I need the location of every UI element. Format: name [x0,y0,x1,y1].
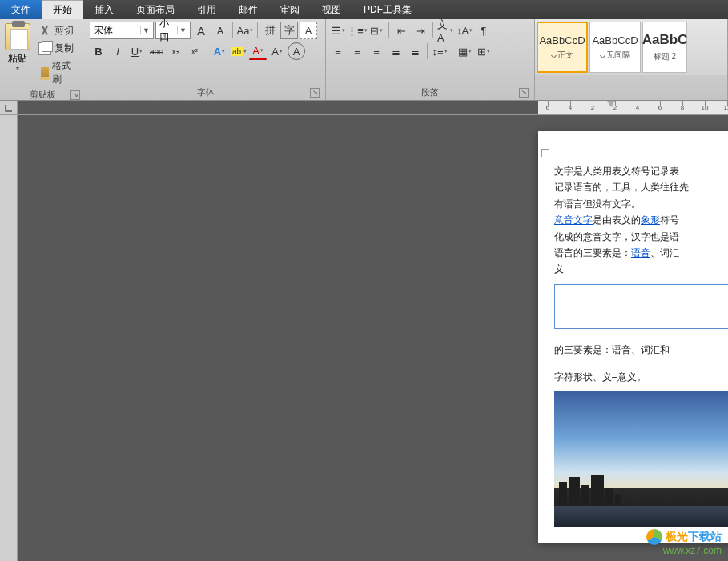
brand-right: 下载站 [688,530,722,543]
watermark: 极光下载站 www.xz7.com [646,529,722,556]
brand-left: 极光 [666,530,688,543]
group-font: 宋体 ▼ 小四 ▼ A A Aa 拼 字 A B I U ab [86,19,326,100]
align-right-button[interactable]: ≡ [368,42,385,60]
shading-button[interactable]: ▦ [456,42,473,60]
bullets-button[interactable]: ☰ [329,22,347,39]
tab-file[interactable]: 文件 [0,0,42,19]
sort-button[interactable]: ↕A [456,22,473,39]
bold-button[interactable]: B [90,42,107,60]
link-xiangxing[interactable]: 象形 [641,214,660,226]
body-text[interactable]: 文字是人类用表义符号记录表 记录语言的，工具，人类往往先 有语言但没有文字。 意… [554,163,728,278]
style-sample: AaBbCcD [539,34,585,46]
ribbon-tabs: 文件 开始 插入 页面布局 引用 邮件 审阅 视图 PDF工具集 [0,0,728,19]
char-border-button[interactable]: 字 [280,22,298,39]
style-no-spacing[interactable]: AaBbCcD 无间隔 [589,22,641,73]
font-name-combo[interactable]: 宋体 ▼ [90,22,154,39]
tab-references[interactable]: 引用 [186,0,227,19]
text-direction-button[interactable]: 文A [436,22,454,39]
numbering-button[interactable]: ⋮≡ [348,22,366,39]
clipboard-expand-icon[interactable]: ↘ [70,90,80,100]
subscript-button[interactable]: x₂ [167,42,184,60]
font-expand-icon[interactable]: ↘ [310,88,320,98]
font-color-button[interactable]: A [249,42,267,60]
char-shade-button[interactable]: A [268,42,286,60]
tab-insert[interactable]: 插入 [83,0,125,19]
body-text-2[interactable]: 的三要素是：语音、词汇和 字符形状、义–意义。 [554,342,728,386]
tab-selector[interactable] [0,101,18,114]
cut-label: 剪切 [54,24,74,38]
align-left-button[interactable]: ≡ [329,42,347,60]
shrink-font-button[interactable]: A [211,22,229,39]
paragraph-group-label: 段落 ↘ [329,85,531,100]
font-size-value: 小四 [159,17,177,44]
tab-review[interactable]: 审阅 [269,0,311,19]
brush-icon [41,67,49,78]
arrow-icon [599,52,605,58]
borders-button[interactable]: ⊞ [475,42,493,60]
strikethrough-button[interactable]: abc [147,42,165,60]
highlight-button[interactable]: ab [230,42,247,60]
paste-label: 粘贴 [8,52,27,66]
vertical-ruler[interactable] [0,115,18,561]
document-canvas[interactable]: 文字是人类用表义符号记录表 记录语言的，工具，人类往往先 有语言但没有文字。 意… [18,115,728,561]
paragraph-expand-icon[interactable]: ↘ [519,88,529,98]
arrow-icon [550,52,556,58]
paste-button[interactable]: 粘贴 ▼ [3,22,35,87]
format-painter-button[interactable]: 格式刷 [35,58,82,87]
style-sample: AaBbCcD [592,34,638,46]
increase-indent-button[interactable]: ⇥ [412,22,429,39]
cut-button[interactable]: 剪切 [35,23,82,38]
style-name-label: 正文 [557,50,573,59]
chevron-down-icon: ▼ [140,26,151,34]
skyline-image[interactable] [554,391,728,527]
align-justify-button[interactable]: ≣ [387,42,404,60]
text-effects-button[interactable]: A [211,42,228,60]
group-styles: AaBbCcD 正文 AaBbCcD 无间隔 AaBbC 标题 2 [535,19,728,100]
style-name-label: 标题 2 [654,52,676,61]
style-normal[interactable]: AaBbCcD 正文 [537,22,588,73]
superscript-button[interactable]: x² [186,42,203,60]
style-heading-2[interactable]: AaBbC 标题 2 [642,22,687,73]
copy-icon [38,42,51,55]
line-spacing-button[interactable]: ↕≡ [431,42,448,60]
phonetic-guide-button[interactable]: 拼 [261,22,279,39]
font-name-value: 宋体 [94,24,140,38]
char-shading-button[interactable]: A [300,22,317,39]
workspace: 文字是人类用表义符号记录表 记录语言的，工具，人类往往先 有语言但没有文字。 意… [0,115,728,561]
tab-mail[interactable]: 邮件 [227,0,269,19]
style-sample: AaBbC [642,32,688,48]
tab-home[interactable]: 开始 [42,0,83,19]
logo-icon [646,529,662,545]
text-box[interactable] [554,284,728,329]
clipboard-group-label: 剪贴板 ↘ [3,87,82,102]
watermark-url: www.xz7.com [646,545,722,556]
underline-button[interactable]: U [128,42,146,60]
show-marks-button[interactable]: ¶ [475,22,493,39]
group-clipboard: 粘贴 ▼ 剪切 复制 格式刷 剪贴板 ↘ [0,19,86,100]
tab-pdf-tools[interactable]: PDF工具集 [352,0,423,19]
copy-button[interactable]: 复制 [35,41,82,56]
grow-font-button[interactable]: A [192,22,210,39]
chevron-down-icon: ▼ [177,26,188,34]
ribbon: 粘贴 ▼ 剪切 复制 格式刷 剪贴板 ↘ [0,19,728,101]
link-yiyin[interactable]: 意音文字 [554,214,593,226]
change-case-button[interactable]: Aa [236,22,254,39]
link-yuyin[interactable]: 语音 [631,247,650,258]
style-name-label: 无间隔 [606,50,630,59]
document-page: 文字是人类用表义符号记录表 记录语言的，工具，人类往往先 有语言但没有文字。 意… [538,131,728,543]
tab-view[interactable]: 视图 [311,0,352,19]
horizontal-ruler[interactable]: 64224681012 [538,101,728,114]
align-center-button[interactable]: ≡ [348,42,366,60]
cut-icon [38,25,51,38]
italic-button[interactable]: I [109,42,127,60]
enclose-char-button[interactable]: A [288,42,305,60]
decrease-indent-button[interactable]: ⇤ [392,22,410,39]
margin-corner-icon [541,149,549,157]
format-painter-label: 格式刷 [52,59,79,86]
align-distribute-button[interactable]: ≣ [406,42,424,60]
multilevel-list-button[interactable]: ⊟ [368,22,385,39]
group-paragraph: ☰ ⋮≡ ⊟ ⇤ ⇥ 文A ↕A ¶ ≡ ≡ ≡ ≣ ≣ ↕≡ ▦ [326,19,535,100]
paste-icon [5,23,30,50]
font-size-combo[interactable]: 小四 ▼ [155,22,191,39]
copy-label: 复制 [54,42,74,55]
